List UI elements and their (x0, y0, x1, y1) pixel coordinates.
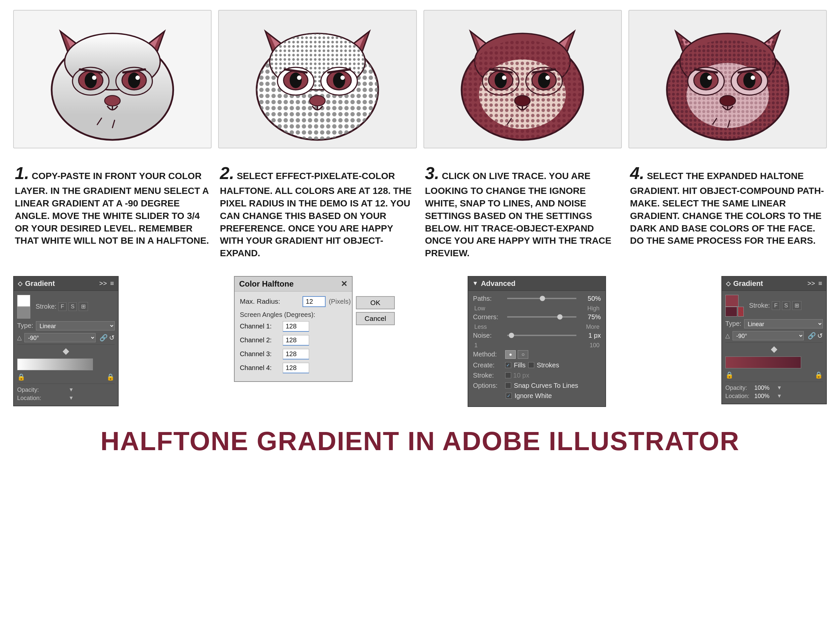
max-radius-unit: (Pixels) (329, 298, 351, 305)
advanced-titlebar: ▼ Advanced (468, 277, 605, 291)
close-icon[interactable]: ✕ (341, 279, 347, 288)
divider-1r (725, 342, 823, 343)
fills-checkbox[interactable] (505, 362, 511, 368)
gradient-bar-left[interactable] (17, 358, 93, 370)
max-radius-input[interactable] (302, 296, 326, 307)
stroke-btn-2r[interactable]: S (782, 302, 790, 310)
adv-collapse-icon[interactable]: ▼ (472, 280, 478, 287)
corners-more: More (586, 324, 599, 330)
channel4-label: Channel 4: (240, 364, 280, 371)
step-1-content: Copy-paste in front your color layer. In… (15, 171, 209, 246)
corners-slider[interactable] (507, 316, 576, 318)
method-icon-2[interactable]: ○ (518, 350, 528, 359)
strokes-checkbox[interactable] (528, 362, 534, 368)
method-row: Method: ● ○ (473, 350, 601, 359)
gradient-type-row: Type: Linear (17, 321, 115, 330)
svg-point-82 (707, 76, 711, 80)
angle-select[interactable]: -90° (24, 333, 96, 342)
stroke-btn-3r[interactable]: ⊞ (792, 301, 801, 310)
ok-button[interactable]: OK (356, 296, 394, 309)
svg-point-11 (128, 73, 141, 88)
channel2-input[interactable] (283, 335, 309, 346)
opacity-dropdown[interactable]: ▼ (68, 387, 74, 393)
gradient-menu-icon[interactable]: ≡ (110, 280, 114, 287)
channel2-row: Channel 2: (240, 335, 351, 346)
noise-slider[interactable] (507, 335, 576, 336)
location-dropdown-r[interactable]: ▼ (777, 393, 782, 399)
gradient-expand-icon[interactable]: >> (99, 280, 107, 287)
paths-slider[interactable] (507, 298, 576, 299)
svg-point-13 (135, 76, 140, 80)
ignore-checkbox[interactable] (506, 393, 512, 399)
halftone-titlebar: Color Halftone ✕ (235, 277, 352, 291)
link-icon[interactable]: 🔗 (99, 334, 108, 342)
location-value-right: 100% (754, 393, 774, 400)
gradient-diamond-icon-r: ◇ (726, 280, 730, 287)
svg-point-40 (310, 96, 325, 106)
noise-value: 1 px (581, 332, 601, 339)
snap-label: Snap Curves To Lines (514, 382, 578, 389)
channel3-input[interactable] (283, 349, 309, 360)
gradient-body-right: Stroke: F S ⊞ Type: Linear (722, 291, 826, 404)
swatch-gray[interactable] (17, 307, 30, 319)
rotate-icon-r[interactable]: ↺ (817, 332, 823, 340)
location-label-r: Location: (725, 393, 752, 400)
panels-row: ◇ Gradient >> ≡ Stroke: (13, 276, 827, 407)
stroke-checkbox[interactable] (505, 372, 511, 378)
location-label: Location: (17, 395, 43, 402)
location-dropdown[interactable]: ▼ (68, 395, 74, 401)
rotate-icon[interactable]: ↺ (109, 334, 115, 342)
gradient-type-row-r: Type: Linear (725, 319, 823, 328)
stroke-col: Stroke: F S ⊞ (36, 302, 88, 311)
images-row (13, 10, 827, 149)
cancel-button[interactable]: Cancel (356, 312, 394, 325)
noise-label: Noise: (473, 332, 502, 339)
gradient-diamond-icon: ◇ (18, 280, 22, 287)
corners-value: 75% (581, 313, 601, 321)
swatch-red[interactable] (725, 295, 738, 307)
stroke-btn-3[interactable]: ⊞ (79, 302, 88, 311)
swatch-x[interactable] (738, 307, 744, 316)
lock-icon-left: 🔒 (17, 373, 25, 381)
gradient-panel-right: ◇ Gradient >> ≡ (721, 276, 827, 404)
options-label: Options: (473, 382, 502, 389)
diamond-stop-r[interactable] (771, 346, 778, 353)
type-select[interactable]: Linear (36, 321, 115, 330)
paths-row: Paths: 50% (473, 295, 601, 302)
title-banner-text: Halftone Gradient in Adobe Illustrator (16, 427, 824, 456)
diamond-stop[interactable] (62, 348, 69, 355)
lock-icon-right-r: 🔒 (815, 371, 823, 379)
strokes-label: Strokes (537, 361, 559, 369)
paths-thumb[interactable] (540, 296, 545, 301)
stroke-btn-2[interactable]: S (68, 302, 77, 311)
angle-select-r[interactable]: -90° (733, 331, 804, 340)
type-select-r[interactable]: Linear (744, 319, 823, 328)
snap-checkbox[interactable] (505, 383, 511, 388)
halftone-buttons: OK Cancel (356, 296, 394, 377)
method-icon-1[interactable]: ● (505, 350, 516, 359)
gradient-bar-right[interactable] (725, 357, 801, 368)
svg-point-80 (700, 73, 712, 88)
swatch-white[interactable] (17, 295, 30, 307)
cat-image-3 (424, 10, 622, 149)
channel1-input[interactable] (283, 321, 309, 332)
ignore-row: Ignore White (473, 392, 601, 400)
swatches-col (17, 295, 30, 319)
gradient-menu-icon-r[interactable]: ≡ (818, 280, 822, 287)
angle-row-right: △ -90° 🔗 ↺ (725, 331, 823, 340)
angle-row-left: △ -90° 🔗 ↺ (17, 333, 115, 342)
svg-point-61 (515, 96, 530, 106)
swatch-dark-red[interactable] (725, 307, 737, 316)
corners-thumb[interactable] (557, 314, 563, 319)
halftone-body: Max. Radius: (Pixels) Screen Angles (Deg… (235, 291, 352, 381)
noise-thumb[interactable] (509, 333, 514, 338)
step-2-text: 2. Select Effect-Pixelate-Color Halftone… (220, 162, 415, 260)
stroke-btn-1r[interactable]: F (772, 302, 780, 310)
stroke-btn-1[interactable]: F (58, 302, 66, 311)
link-icon-r[interactable]: 🔗 (808, 332, 816, 340)
channel4-input[interactable] (283, 363, 309, 373)
opacity-label: Opacity: (17, 386, 43, 394)
opacity-dropdown-r[interactable]: ▼ (777, 385, 782, 391)
gradient-expand-icon-r[interactable]: >> (807, 280, 815, 287)
step-2-number: 2. (220, 163, 234, 183)
